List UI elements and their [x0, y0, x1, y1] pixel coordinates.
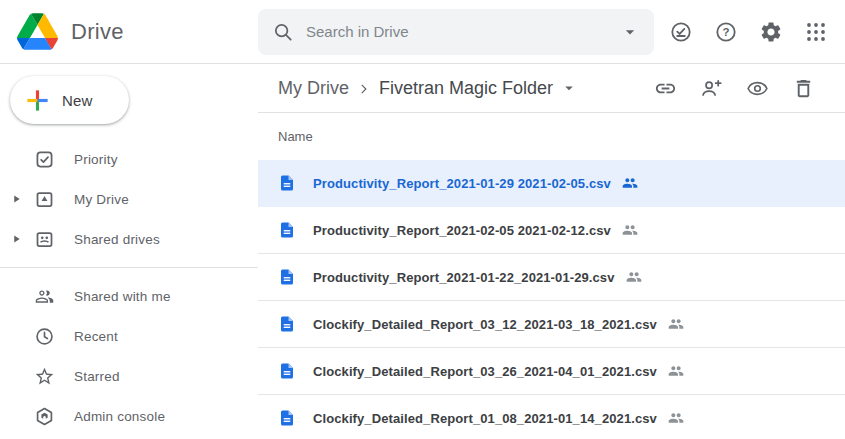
sidebar-item-my-drive[interactable]: My Drive: [0, 179, 258, 219]
file-name: Productivity_Report_2021-01-29 2021-02-0…: [313, 176, 611, 191]
file-name: Clockify_Detailed_Report_01_08_2021-01_1…: [313, 411, 657, 426]
expand-caret-icon[interactable]: [12, 234, 27, 244]
priority-check-icon: [32, 147, 56, 171]
new-button-label: New: [62, 92, 93, 109]
share-person-add-icon[interactable]: [700, 77, 723, 100]
csv-file-icon: [278, 174, 296, 192]
chevron-right-icon: [355, 80, 373, 98]
sidebar-item-starred[interactable]: Starred: [0, 356, 258, 396]
shared-with-me-people-icon: [32, 284, 56, 308]
sidebar-item-admin-console[interactable]: Admin console: [0, 396, 258, 436]
gear-icon: [759, 20, 783, 44]
file-row[interactable]: Productivity_Report_2021-01-22_2021-01-2…: [258, 254, 845, 301]
search-bar[interactable]: [258, 9, 654, 55]
help-button[interactable]: ?: [706, 12, 746, 52]
csv-file-icon: [278, 409, 296, 427]
sidebar-item-label: Starred: [74, 369, 120, 384]
top-app-bar: Drive ?: [0, 0, 845, 64]
csv-file-icon: [278, 362, 296, 380]
clock-icon: [32, 324, 56, 348]
file-row[interactable]: Productivity_Report_2021-02-05 2021-02-1…: [258, 207, 845, 254]
csv-file-icon: [278, 315, 296, 333]
search-options-caret-icon[interactable]: [620, 22, 640, 42]
sidebar-item-shared-drives[interactable]: Shared drives: [0, 219, 258, 259]
sidebar-item-label: Shared drives: [74, 232, 160, 247]
my-drive-icon: [32, 187, 56, 211]
sidebar-item-label: My Drive: [74, 192, 129, 207]
file-row[interactable]: Clockify_Detailed_Report_01_08_2021-01_1…: [258, 395, 845, 439]
star-icon: [32, 364, 56, 388]
shared-people-icon: [668, 316, 684, 332]
breadcrumb-my-drive[interactable]: My Drive: [278, 78, 349, 99]
sidebar-item-shared-with-me[interactable]: Shared with me: [0, 276, 258, 316]
expand-caret-icon[interactable]: [12, 194, 27, 204]
multicolor-plus-icon: [24, 87, 51, 114]
csv-file-icon: [278, 268, 296, 286]
shared-drives-icon: [32, 227, 56, 251]
file-row[interactable]: Clockify_Detailed_Report_03_26_2021-04_0…: [258, 348, 845, 395]
csv-file-icon: [278, 221, 296, 239]
google-apps-button[interactable]: [796, 12, 836, 52]
shared-people-icon: [622, 175, 638, 191]
settings-button[interactable]: [751, 12, 791, 52]
sidebar-item-recent[interactable]: Recent: [0, 316, 258, 356]
breadcrumb: My Drive Fivetran Magic Folder: [258, 64, 845, 113]
sidebar-item-label: Priority: [74, 152, 118, 167]
new-button[interactable]: New: [10, 76, 129, 124]
shared-people-icon: [626, 269, 642, 285]
svg-text:?: ?: [722, 26, 729, 38]
admin-console-icon: [32, 404, 56, 428]
column-header-name[interactable]: Name: [258, 113, 845, 160]
file-name: Productivity_Report_2021-02-05 2021-02-1…: [313, 223, 611, 238]
apps-grid-icon: [804, 20, 828, 44]
file-name: Clockify_Detailed_Report_03_12_2021-03_1…: [313, 317, 657, 332]
breadcrumb-current-folder[interactable]: Fivetran Magic Folder: [379, 78, 553, 99]
delete-trash-icon[interactable]: [792, 77, 815, 100]
folder-toolbar: [654, 77, 815, 100]
sidebar: New Priority My Drive: [0, 64, 258, 439]
header-actions: ?: [661, 12, 845, 52]
app-title: Drive: [71, 19, 124, 45]
file-name: Clockify_Detailed_Report_03_26_2021-04_0…: [313, 364, 657, 379]
file-name: Productivity_Report_2021-01-22_2021-01-2…: [313, 270, 615, 285]
folder-menu-caret-icon[interactable]: [560, 79, 578, 97]
offline-status-button[interactable]: [661, 12, 701, 52]
file-row[interactable]: Productivity_Report_2021-01-29 2021-02-0…: [258, 160, 845, 207]
file-list: Productivity_Report_2021-01-29 2021-02-0…: [258, 160, 845, 439]
sidebar-item-label: Recent: [74, 329, 118, 344]
shared-people-icon: [668, 363, 684, 379]
get-link-icon[interactable]: [654, 77, 677, 100]
drive-home-link[interactable]: Drive: [0, 13, 258, 50]
offline-check-circle-icon: [669, 20, 693, 44]
file-list-panel: My Drive Fivetran Magic Folder: [258, 64, 845, 439]
shared-people-icon: [622, 222, 638, 238]
sidebar-item-label: Admin console: [74, 409, 165, 424]
sidebar-divider: [0, 267, 258, 268]
sidebar-nav: Priority My Drive Shared drives: [0, 139, 258, 436]
shared-people-icon: [668, 410, 684, 426]
search-icon[interactable]: [272, 21, 294, 43]
file-row[interactable]: Clockify_Detailed_Report_03_12_2021-03_1…: [258, 301, 845, 348]
search-input[interactable]: [306, 23, 620, 40]
help-icon: ?: [714, 20, 738, 44]
preview-eye-icon[interactable]: [746, 77, 769, 100]
sidebar-item-label: Shared with me: [74, 289, 171, 304]
google-drive-logo-icon: [17, 13, 58, 50]
sidebar-item-priority[interactable]: Priority: [0, 139, 258, 179]
